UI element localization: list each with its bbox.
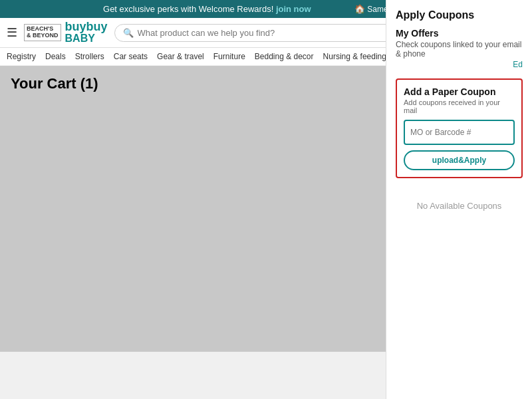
cart-title: Your Cart (1): [11, 75, 98, 92]
cat-nursing[interactable]: Nursing & feeding: [323, 52, 386, 61]
my-offers-desc: Check coupons linked to your email & pho…: [396, 40, 523, 59]
paper-coupon-desc: Add coupons received in your mail: [404, 98, 515, 114]
paper-coupon-title: Add a Paper Coupon: [404, 86, 515, 97]
coupon-input-row: ›: [404, 120, 515, 145]
cat-bedding[interactable]: Bedding & decor: [255, 52, 314, 61]
paper-coupon-section: Add a Paper Coupon Add coupons received …: [396, 78, 523, 178]
coupon-panel: Apply Coupons My Offers Check coupons li…: [386, 0, 532, 399]
coupon-panel-title: Apply Coupons: [396, 9, 523, 21]
my-offers-section: My Offers Check coupons linked to your e…: [396, 28, 523, 69]
cat-strollers[interactable]: Strollers: [75, 52, 104, 61]
logo-area: BEACH'S & BEYOND buybuy BABY: [24, 21, 108, 45]
join-now-link[interactable]: join now: [276, 4, 311, 14]
edit-link[interactable]: Ed: [396, 60, 523, 69]
coupon-barcode-input[interactable]: [405, 123, 515, 142]
my-offers-title: My Offers: [396, 28, 523, 39]
no-coupons-text: No Available Coupons: [396, 188, 523, 224]
cat-furniture[interactable]: Furniture: [213, 52, 245, 61]
delivery-icon: 🏠: [354, 4, 365, 14]
cat-car-seats[interactable]: Car seats: [114, 52, 148, 61]
banner-text: Get exclusive perks with Welcome Rewards…: [103, 4, 273, 14]
cat-deals[interactable]: Deals: [45, 52, 66, 61]
logo-buybuy-baby[interactable]: buybuy BABY: [65, 21, 108, 45]
cat-gear-travel[interactable]: Gear & travel: [157, 52, 204, 61]
brand-logo-bb: BEACH'S & BEYOND: [24, 24, 61, 41]
search-icon: 🔍: [123, 28, 134, 38]
hamburger-icon[interactable]: ☰: [7, 25, 17, 40]
cat-registry[interactable]: Registry: [7, 52, 36, 61]
upload-apply-button[interactable]: upload&Apply: [404, 150, 515, 170]
